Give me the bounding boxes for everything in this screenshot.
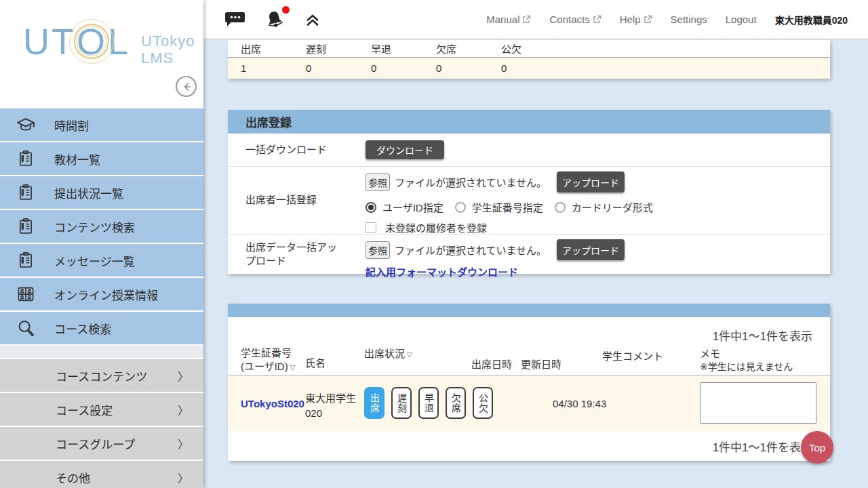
sidebar-item-label: コース設定 bbox=[56, 401, 178, 418]
sidebar-collapse-button[interactable] bbox=[176, 76, 197, 97]
sidebar-item-others[interactable]: その他 〉 bbox=[0, 461, 203, 488]
sort-icon[interactable]: ▽ bbox=[407, 351, 412, 359]
collapse-up-icon[interactable] bbox=[304, 11, 321, 28]
col-student-id[interactable]: 学生証番号 (ユーザID)▽ bbox=[241, 346, 295, 373]
sidebar-item-messages[interactable]: メッセージ一覧 bbox=[0, 244, 203, 277]
sidebar-item-online-class-info[interactable]: オンライン授業情報 bbox=[0, 278, 203, 310]
chevron-right-icon: 〉 bbox=[178, 401, 189, 418]
col-attend: 出席 bbox=[241, 41, 306, 56]
status-button-late[interactable]: 遅刻 bbox=[391, 387, 412, 419]
clipboard-icon bbox=[15, 148, 37, 169]
sidebar-item-label: 教材一覧 bbox=[54, 150, 100, 167]
clipboard-icon bbox=[15, 249, 37, 271]
external-link-icon bbox=[522, 15, 531, 24]
sidebar-item-course-settings[interactable]: コース設定 〉 bbox=[0, 393, 203, 426]
result-count-bottom: 1件中1〜1件を表示 bbox=[228, 431, 830, 461]
memo-textarea[interactable] bbox=[700, 382, 816, 424]
upload-button[interactable]: アップロード bbox=[557, 239, 625, 260]
bulk-download-row: 一括ダウンロード ダウンロード bbox=[228, 134, 830, 166]
chevron-right-icon: 〉 bbox=[178, 367, 189, 384]
table-top-bar bbox=[228, 304, 830, 317]
sidebar-item-course-group[interactable]: コースグループ 〉 bbox=[0, 427, 203, 460]
col-early-leave: 早退 bbox=[371, 41, 436, 56]
messages-icon[interactable] bbox=[225, 10, 245, 29]
sidebar-item-label: コースグループ bbox=[56, 435, 178, 452]
upload-button[interactable]: アップロード bbox=[557, 171, 625, 192]
settings-link[interactable]: Settings bbox=[671, 14, 707, 25]
sidebar-item-label: 提出状況一覧 bbox=[54, 184, 123, 201]
sidebar-item-course-contents[interactable]: コースコンテンツ 〉 bbox=[0, 359, 203, 392]
sidebar-item-label: メッセージ一覧 bbox=[54, 252, 135, 269]
bulk-download-label: 一括ダウンロード bbox=[228, 134, 366, 166]
radio-card-reader[interactable] bbox=[555, 202, 566, 213]
sidebar-divider bbox=[0, 346, 203, 358]
radio-student-card-number-label[interactable]: 学生証番号指定 bbox=[472, 200, 543, 214]
summary-data-row: 1 0 0 0 0 bbox=[228, 58, 830, 79]
notifications-bell-icon[interactable] bbox=[263, 9, 286, 30]
attendance-registration-section: 出席登録 一括ダウンロード ダウンロード 出席者一括登録 参照 ファイルが選択さ… bbox=[228, 110, 830, 274]
data-bulk-upload-label: 出席データ一括アップロード bbox=[228, 235, 366, 274]
student-id-link[interactable]: UTokyoSt020 bbox=[241, 398, 304, 409]
browse-button[interactable]: 参照 bbox=[366, 241, 390, 259]
search-icon bbox=[15, 317, 37, 339]
val-excused: 0 bbox=[501, 62, 566, 74]
radio-card-reader-label[interactable]: カードリーダ形式 bbox=[572, 200, 653, 214]
scroll-to-top-button[interactable]: Top bbox=[801, 431, 833, 464]
topbar: Manual Contacts Help Settings Logout 東大用… bbox=[203, 0, 868, 39]
chevron-right-icon: 〉 bbox=[178, 469, 189, 485]
logo-o: O bbox=[77, 21, 107, 62]
sidebar-item-content-search[interactable]: コンテンツ検索 bbox=[0, 210, 203, 243]
download-button[interactable]: ダウンロード bbox=[366, 140, 444, 159]
status-button-excused[interactable]: 公欠 bbox=[473, 387, 493, 419]
student-attendance-table: 1件中1〜1件を表示 学生証番号 (ユーザID)▽ 氏名 出席状況▽ 出席日時 … bbox=[228, 304, 830, 461]
col-memo: メモ ※学生には見えません bbox=[700, 347, 793, 373]
people-grid-icon bbox=[15, 283, 37, 305]
update-time-value: 04/30 19:43 bbox=[553, 398, 606, 409]
col-status[interactable]: 出席状況▽ bbox=[364, 347, 412, 361]
utol-logo: UTOL UTokyo LMS bbox=[23, 23, 195, 67]
sidebar-item-materials[interactable]: 教材一覧 bbox=[0, 142, 203, 175]
manual-link[interactable]: Manual bbox=[486, 14, 531, 25]
col-late: 遅刻 bbox=[306, 41, 371, 56]
val-absent: 0 bbox=[436, 62, 501, 74]
logout-link[interactable]: Logout bbox=[726, 14, 757, 25]
register-unenrolled-checkbox[interactable] bbox=[366, 222, 376, 233]
status-button-early-leave[interactable]: 早退 bbox=[418, 387, 439, 419]
attendee-bulk-register-row: 出席者一括登録 参照 ファイルが選択されていません。 アップロード ユーザID指… bbox=[228, 166, 830, 234]
col-absent: 欠席 bbox=[436, 41, 501, 56]
radio-user-id-label[interactable]: ユーザID指定 bbox=[382, 200, 443, 214]
logo-wordmark: UTOL bbox=[23, 23, 130, 60]
sidebar-item-label: 時間割 bbox=[54, 117, 89, 134]
sidebar-nav: 時間割 教材一覧 提出状況一覧 コンテンツ検索 bbox=[0, 108, 203, 488]
format-download-link[interactable]: 記入用フォーマットダウンロード bbox=[366, 264, 518, 279]
clipboard-icon bbox=[15, 216, 37, 237]
radio-user-id[interactable] bbox=[366, 202, 376, 213]
status-button-attend[interactable]: 出席 bbox=[364, 387, 384, 419]
browse-button[interactable]: 参照 bbox=[366, 174, 390, 191]
status-button-absent[interactable]: 欠席 bbox=[446, 387, 466, 419]
sidebar-item-label: オンライン授業情報 bbox=[54, 286, 158, 303]
notification-badge bbox=[282, 6, 290, 14]
sidebar-item-submissions[interactable]: 提出状況一覧 bbox=[0, 176, 203, 209]
col-update-time: 更新日時 bbox=[521, 358, 561, 371]
sidebar-item-timetable[interactable]: 時間割 bbox=[0, 108, 203, 141]
student-name: 東大用学生020 bbox=[305, 391, 361, 421]
attendee-bulk-label: 出席者一括登録 bbox=[228, 167, 366, 234]
chevron-right-icon: 〉 bbox=[178, 435, 189, 451]
help-link[interactable]: Help bbox=[620, 14, 652, 25]
sidebar-item-course-search[interactable]: コース検索 bbox=[0, 312, 203, 344]
col-excused: 公欠 bbox=[501, 41, 566, 56]
register-unenrolled-label[interactable]: 未登録の履修者を登録 bbox=[385, 220, 487, 235]
sidebar-item-label: コース検索 bbox=[54, 320, 111, 337]
sidebar-item-label: その他 bbox=[56, 469, 178, 486]
sort-icon[interactable]: ▽ bbox=[290, 364, 296, 371]
data-bulk-upload-row: 出席データ一括アップロード 参照 ファイルが選択されていません。 アップロード … bbox=[228, 234, 830, 274]
col-student-comment: 学生コメント bbox=[602, 350, 663, 363]
val-attend: 1 bbox=[241, 62, 306, 74]
external-link-icon bbox=[593, 15, 601, 24]
sidebar-item-label: コースコンテンツ bbox=[56, 367, 178, 384]
clipboard-icon bbox=[15, 182, 37, 203]
no-file-selected-text: ファイルが選択されていません。 bbox=[395, 175, 547, 189]
radio-student-card-number[interactable] bbox=[455, 202, 466, 213]
contacts-link[interactable]: Contacts bbox=[549, 14, 601, 25]
